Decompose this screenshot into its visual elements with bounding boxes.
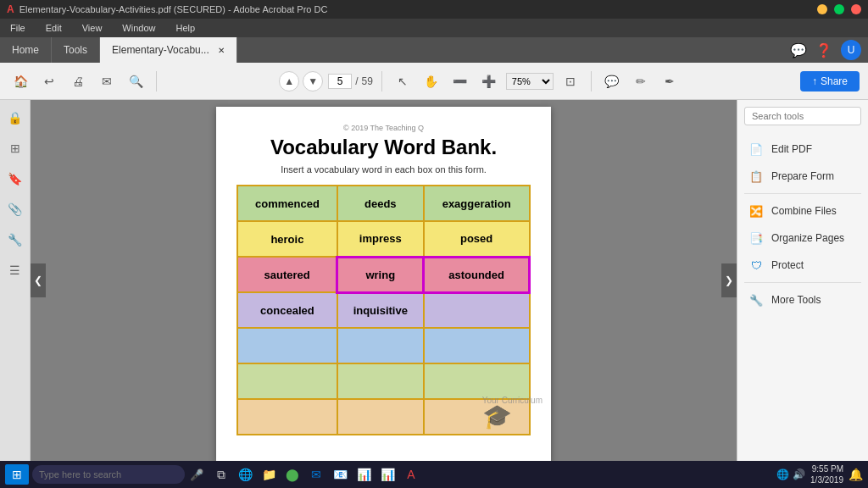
- taskbar-powerpoint[interactable]: 📊: [376, 463, 398, 485]
- page-separator: /: [355, 75, 358, 87]
- lock-icon: 🔒: [6, 108, 25, 127]
- taskbar-search-input[interactable]: [32, 465, 185, 484]
- taskbar-outlook[interactable]: 📧: [329, 463, 351, 485]
- table-row: sautered wring astounded: [237, 257, 530, 292]
- draw-icon[interactable]: ✏: [629, 69, 653, 93]
- layers-icon[interactable]: ☰: [6, 261, 25, 280]
- tool-more-tools[interactable]: 🔧 More Tools: [744, 286, 861, 313]
- taskbar-right: 🌐 🔊 9:55 PM 1/3/2019 🔔: [776, 463, 863, 485]
- tools-panel-icon[interactable]: 🔧: [6, 230, 25, 249]
- table-row: concealed inquisitive: [237, 292, 530, 328]
- taskbar-chrome[interactable]: ⬤: [281, 463, 303, 485]
- tab-tools[interactable]: Tools: [52, 37, 100, 63]
- comment-icon[interactable]: 💬: [600, 69, 624, 93]
- print-icon[interactable]: 🖨: [66, 69, 90, 93]
- table-cell: heroic: [237, 221, 337, 257]
- pdf-page-title: Vocabulary Word Bank.: [236, 136, 531, 159]
- menu-help[interactable]: Help: [172, 21, 198, 35]
- right-panel: 📄 Edit PDF 📋 Prepare Form 🔀 Combine File…: [737, 100, 868, 461]
- taskbar-mail[interactable]: ✉: [305, 463, 327, 485]
- toolbar-separator-1: [156, 71, 157, 92]
- menu-view[interactable]: View: [79, 21, 106, 35]
- prev-page-button[interactable]: ▲: [279, 71, 299, 92]
- watermark: Your Curriculum 🎓: [482, 396, 542, 429]
- protect-icon: 🛡: [748, 257, 765, 274]
- minimize-button[interactable]: [817, 4, 827, 14]
- tab-document[interactable]: Elementary-Vocabu... ✕: [100, 37, 237, 63]
- tool-combine-files[interactable]: 🔀 Combine Files: [744, 197, 861, 225]
- menu-bar: File Edit View Window Help: [0, 19, 868, 37]
- bookmarks-icon[interactable]: 🔖: [6, 169, 25, 188]
- table-row: [237, 328, 530, 363]
- email-icon[interactable]: ✉: [95, 69, 119, 93]
- attachments-icon[interactable]: 📎: [6, 200, 25, 219]
- time-display: 9:55 PM: [810, 463, 843, 474]
- taskbar-acrobat[interactable]: A: [400, 463, 422, 485]
- tool-prepare-form[interactable]: 📋 Prepare Form: [744, 163, 861, 190]
- table-cell: [337, 363, 424, 399]
- rotate-icon[interactable]: ↩: [37, 69, 61, 93]
- windows-icon: ⊞: [12, 468, 22, 481]
- table-cell: [237, 328, 337, 363]
- taskbar-excel[interactable]: 📊: [353, 463, 375, 485]
- next-page-button[interactable]: ▼: [303, 71, 323, 92]
- tool-edit-pdf[interactable]: 📄 Edit PDF: [744, 136, 861, 163]
- tool-protect[interactable]: 🛡 Protect: [744, 252, 861, 279]
- pdf-page-subtitle: Insert a vocabulary word in each box on …: [236, 164, 531, 175]
- tab-close-icon[interactable]: ✕: [218, 46, 225, 55]
- cursor-tool[interactable]: ↖: [391, 69, 415, 93]
- prepare-form-icon: 📋: [748, 168, 765, 185]
- start-button[interactable]: ⊞: [5, 464, 29, 485]
- table-row: commenced deeds exaggeration: [237, 186, 530, 221]
- search-icon[interactable]: 🔍: [124, 69, 147, 93]
- taskbar-folder[interactable]: 📁: [258, 463, 280, 485]
- table-cell: [337, 328, 424, 363]
- toolbar-separator-2: [381, 71, 382, 92]
- close-button[interactable]: [851, 4, 861, 14]
- network-icon: 🌐: [776, 469, 789, 480]
- edit-pdf-label: Edit PDF: [771, 143, 812, 155]
- edit-pdf-icon: 📄: [748, 141, 765, 158]
- fit-page-icon[interactable]: ⊡: [559, 69, 582, 93]
- more-tools-label: More Tools: [771, 294, 821, 306]
- tab-home[interactable]: Home: [0, 37, 52, 63]
- zoom-out-icon[interactable]: ➖: [448, 69, 472, 93]
- notification-icon[interactable]: 🔔: [849, 468, 863, 481]
- search-tools-input[interactable]: [744, 107, 861, 125]
- page-number-input[interactable]: [328, 74, 352, 89]
- toolbar-separator-3: [591, 71, 592, 92]
- menu-file[interactable]: File: [7, 21, 29, 35]
- microphone-icon[interactable]: 🎤: [190, 469, 203, 481]
- menu-window[interactable]: Window: [119, 21, 159, 35]
- sign-in-icon[interactable]: U: [841, 40, 861, 60]
- pdf-area: ❮ ❯ © 2019 The Teaching Q Vocabulary Wor…: [31, 100, 737, 461]
- pages-panel-icon[interactable]: ⊞: [6, 139, 25, 158]
- help-icon[interactable]: ❓: [815, 42, 832, 58]
- chat-icon[interactable]: 💬: [790, 42, 807, 58]
- maximize-button[interactable]: [834, 4, 844, 14]
- table-cell: wring: [337, 257, 424, 292]
- scroll-left[interactable]: ❮: [31, 263, 46, 297]
- main-area: 🔒 ⊞ 🔖 📎 🔧 ☰ ❮ ❯ © 2019 The Teaching Q Vo…: [0, 100, 868, 461]
- table-cell: commenced: [237, 186, 337, 221]
- tool-organize-pages[interactable]: 📑 Organize Pages: [744, 225, 861, 252]
- create-icon[interactable]: 🏠: [8, 69, 32, 93]
- table-cell: inquisitive: [337, 292, 424, 328]
- taskbar-task-view[interactable]: ⧉: [210, 463, 232, 485]
- scroll-right[interactable]: ❯: [721, 263, 737, 297]
- sign-icon[interactable]: ✒: [658, 69, 682, 93]
- table-cell: [424, 328, 530, 363]
- protect-label: Protect: [771, 259, 804, 271]
- prepare-form-label: Prepare Form: [771, 170, 834, 182]
- app-logo: A: [7, 3, 14, 15]
- toolbar-nav: ▲ ▼ / 59 ↖ ✋ ➖ ➕ 75% 100% 125% ⊡ 💬 ✏ ✒: [165, 69, 795, 93]
- hand-tool[interactable]: ✋: [420, 69, 443, 93]
- share-button[interactable]: ↑ Share: [800, 71, 860, 92]
- table-cell: deeds: [337, 186, 424, 221]
- zoom-select[interactable]: 75% 100% 125%: [506, 73, 554, 90]
- date-display: 1/3/2019: [810, 474, 843, 485]
- taskbar-edge[interactable]: 🌐: [234, 463, 256, 485]
- zoom-in-icon[interactable]: ➕: [477, 69, 501, 93]
- table-cell: exaggeration: [424, 186, 530, 221]
- menu-edit[interactable]: Edit: [42, 21, 65, 35]
